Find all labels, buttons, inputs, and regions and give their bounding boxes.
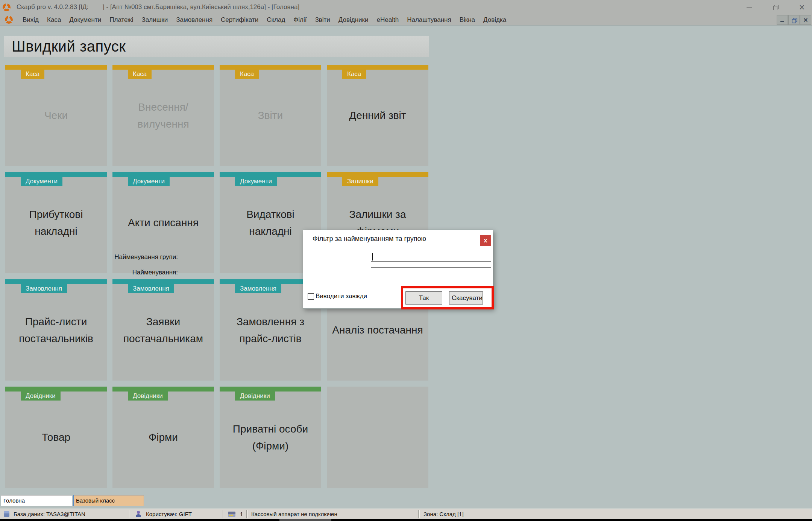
tile-label: Денний звіт <box>327 65 428 166</box>
window-restore-button[interactable] <box>771 2 780 12</box>
mdi-minimize-button[interactable] <box>777 15 788 25</box>
tile-prybutkovi-nakladni[interactable]: Документи Прибуткові накладні <box>5 172 107 273</box>
menu-item-ehealth[interactable]: eHealth <box>373 15 403 25</box>
status-register-status: Кассовый аппарат не подключен <box>251 511 337 517</box>
close-icon: × <box>803 17 808 23</box>
status-register-count: 1 <box>240 511 243 517</box>
user-icon <box>135 511 141 517</box>
quick-launch-title: Швидкий запуск <box>12 38 126 55</box>
minimize-icon <box>747 7 752 8</box>
menu-item-zalyshky[interactable]: Залишки <box>138 15 172 25</box>
tile-label: Товар <box>5 387 107 488</box>
name-label: Найменування: <box>103 267 178 278</box>
cancel-button[interactable]: Скасувати <box>449 291 483 305</box>
restore-icon <box>773 5 778 9</box>
status-separator <box>418 510 420 518</box>
app-logo-icon <box>3 3 11 11</box>
status-zone: Зона: Склад [1] <box>423 511 464 517</box>
database-icon <box>4 511 9 517</box>
dialog-title: Фільтр за найменуванням та групою <box>313 235 426 243</box>
tile-zvity[interactable]: Каса Звіти <box>220 65 321 166</box>
close-icon: x <box>484 237 487 244</box>
tile-label: Внесення/вилучення <box>112 65 214 166</box>
tile-cheky[interactable]: Каса Чеки <box>5 65 107 166</box>
window-title: Скарб pro v. 4.0.2.83 [ІД: ] - [Апт №003… <box>17 3 299 11</box>
tile-firmy[interactable]: Довідники Фірми <box>112 387 214 488</box>
tile-prais-lysty-postachalnykiv[interactable]: Замовлення Прайс-листи постачальників <box>5 279 107 381</box>
menu-item-zvity[interactable]: Звіти <box>311 15 334 25</box>
mdi-close-button[interactable]: × <box>800 15 811 25</box>
menu-item-nalashtuvannya[interactable]: Налаштування <box>403 15 455 25</box>
window-minimize-button[interactable] <box>744 2 754 12</box>
tile-label <box>327 387 428 488</box>
always-show-checkbox[interactable] <box>308 293 314 300</box>
tile-label: Фірми <box>112 387 214 488</box>
menu-item-dokumenty[interactable]: Документи <box>65 15 105 25</box>
status-user: Користувач: GIFT <box>146 511 192 517</box>
menu-bar: Вихід Каса Документи Платежі Залишки Зам… <box>0 14 812 26</box>
menu-item-sertyfikaty[interactable]: Сертифікати <box>217 15 263 25</box>
menu-item-vykhid[interactable]: Вихід <box>18 15 43 25</box>
status-separator <box>128 510 129 518</box>
tile-tovar[interactable]: Довідники Товар <box>5 387 107 488</box>
tab-holovna[interactable]: Головна <box>1 495 72 506</box>
menu-item-dovidnyky[interactable]: Довідники <box>334 15 373 25</box>
tile-empty <box>327 387 428 488</box>
minimize-icon <box>780 21 784 22</box>
tile-label: Прибуткові накладні <box>5 172 107 273</box>
tab-bazovyi-klass[interactable]: Базовый класс <box>73 495 144 506</box>
status-separator <box>246 510 248 518</box>
menu-item-kasa[interactable]: Каса <box>43 15 65 25</box>
close-icon: × <box>799 3 805 12</box>
yes-button[interactable]: Так <box>405 291 442 305</box>
tile-label: Приватні особи (Фірми) <box>220 387 321 488</box>
always-show-label: Виводити завжди <box>316 292 367 300</box>
menu-item-filii[interactable]: Філії <box>289 15 311 25</box>
menu-item-zamovlennya[interactable]: Замовлення <box>172 15 217 25</box>
tile-vnesennya-vyluchennya[interactable]: Каса Внесення/вилучення <box>112 65 214 166</box>
group-name-input[interactable] <box>371 252 491 262</box>
tile-label: Заявки постачальникам <box>112 279 214 381</box>
menu-item-dovidka[interactable]: Довідка <box>479 15 510 25</box>
status-bar: База даних: TASA3@TITAN Користувач: GIFT… <box>0 509 812 519</box>
cash-register-icon <box>228 512 235 517</box>
menu-item-sklad[interactable]: Склад <box>263 15 289 25</box>
tile-pryvatni-osoby-firmy[interactable]: Довідники Приватні особи (Фірми) <box>220 387 321 488</box>
app-logo-icon-small <box>5 16 13 24</box>
window-close-button[interactable]: × <box>797 2 807 12</box>
name-input[interactable] <box>371 267 491 277</box>
dialog-close-button[interactable]: x <box>480 235 491 246</box>
screen-bottom-edge <box>0 519 812 521</box>
window-title-bar: Скарб pro v. 4.0.2.83 [ІД: ] - [Апт №003… <box>0 0 812 14</box>
status-separator <box>223 510 224 518</box>
quick-launch-header: Швидкий запуск <box>4 36 429 57</box>
tile-label: Чеки <box>5 65 107 166</box>
dialog-title-bar[interactable]: Фільтр за найменуванням та групою x <box>303 230 493 248</box>
tile-zayavky-postachalnykam[interactable]: Замовлення Заявки постачальникам <box>112 279 214 381</box>
bottom-tab-bar: Головна Базовый класс <box>0 495 812 507</box>
taskbar-sliver <box>279 519 331 521</box>
status-database: База даних: TASA3@TITAN <box>14 511 85 517</box>
menu-item-vikna[interactable]: Вікна <box>455 15 479 25</box>
tile-label: Звіти <box>220 65 321 166</box>
text-caret <box>372 253 373 260</box>
tile-label: Прайс-листи постачальників <box>5 279 107 381</box>
restore-icon <box>792 18 796 22</box>
mdi-restore-button[interactable] <box>788 15 800 25</box>
tile-dennyi-zvit[interactable]: Каса Денний звіт <box>327 65 428 166</box>
menu-item-platezhi[interactable]: Платежі <box>105 15 137 25</box>
group-name-label: Найменування групи: <box>103 252 178 262</box>
filter-dialog: Фільтр за найменуванням та групою x Найм… <box>303 230 493 309</box>
